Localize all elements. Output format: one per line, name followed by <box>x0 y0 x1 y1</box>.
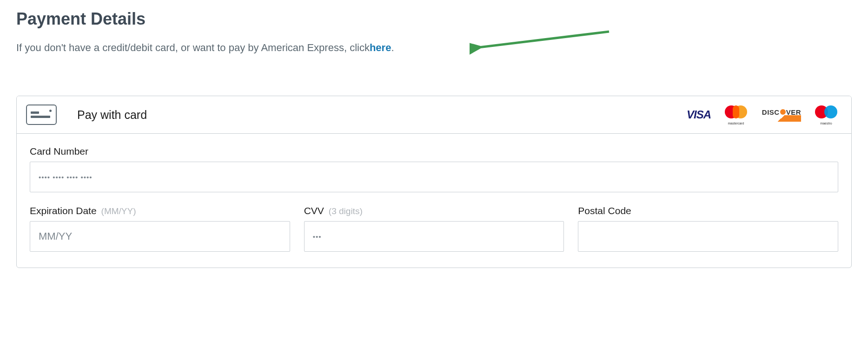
visa-icon: VISA <box>687 108 711 121</box>
mastercard-icon: mastercard <box>724 105 748 124</box>
credit-card-icon <box>26 105 57 125</box>
card-number-input[interactable] <box>30 162 838 192</box>
accepted-cards-logos: VISA mastercard DISCVER maestro <box>687 105 838 124</box>
help-text-suffix: . <box>391 42 394 54</box>
alternate-payment-link[interactable]: here <box>370 42 391 54</box>
annotation-arrow-icon <box>470 28 618 56</box>
expiration-hint: (MM/YY) <box>101 206 136 216</box>
cvv-label-text: CVV <box>304 205 324 216</box>
expiration-label-text: Expiration Date <box>30 205 97 216</box>
expiration-field: Expiration Date (MM/YY) <box>30 205 290 252</box>
help-text-prefix: If you don't have a credit/debit card, o… <box>16 42 370 54</box>
payment-card-body: Card Number Expiration Date (MM/YY) CVV … <box>17 134 851 268</box>
expiration-label: Expiration Date (MM/YY) <box>30 205 290 216</box>
page-title: Payment Details <box>16 9 852 29</box>
expiration-input[interactable] <box>30 221 290 252</box>
secondary-fields-row: Expiration Date (MM/YY) CVV (3 digits) P… <box>30 205 838 252</box>
payment-alt-help-text: If you don't have a credit/debit card, o… <box>16 42 852 54</box>
postal-code-field: Postal Code <box>578 205 838 252</box>
payment-card-header: Pay with card VISA mastercard DISCVER ma… <box>17 96 851 134</box>
cvv-field: CVV (3 digits) <box>304 205 564 252</box>
cvv-input[interactable] <box>304 221 564 252</box>
maestro-icon: maestro <box>814 105 838 124</box>
payment-card-panel: Pay with card VISA mastercard DISCVER ma… <box>16 96 852 268</box>
discover-icon: DISCVER <box>761 108 801 122</box>
pay-with-card-label: Pay with card <box>77 108 147 122</box>
postal-code-label: Postal Code <box>578 205 838 216</box>
svg-line-1 <box>479 32 609 47</box>
cvv-label: CVV (3 digits) <box>304 205 564 216</box>
payment-header-left: Pay with card <box>26 105 147 125</box>
postal-code-input[interactable] <box>578 221 838 252</box>
card-number-field: Card Number <box>30 146 838 192</box>
cvv-hint: (3 digits) <box>329 206 363 216</box>
card-number-label: Card Number <box>30 146 838 157</box>
